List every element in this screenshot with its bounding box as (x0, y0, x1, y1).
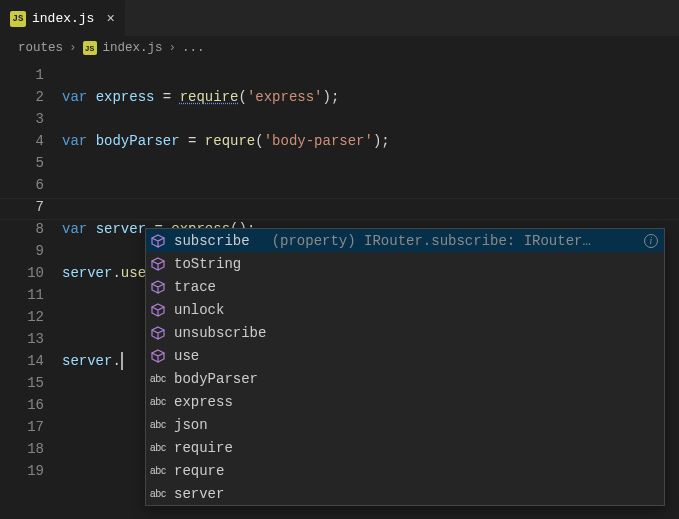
tab-indexjs[interactable]: JS index.js × (0, 0, 126, 36)
line-number: 16 (0, 394, 44, 416)
word-icon: abc (150, 486, 166, 502)
suggest-label: bodyParser (174, 368, 258, 390)
suggest-label: unlock (174, 299, 224, 321)
line-number: 6 (0, 174, 44, 196)
suggest-label: json (174, 414, 208, 436)
word-icon: abc (150, 417, 166, 433)
breadcrumb-indexjs[interactable]: index.js (103, 41, 163, 55)
method-icon (150, 302, 166, 318)
suggest-label: require (174, 437, 233, 459)
suggest-label: express (174, 391, 233, 413)
line-number-gutter: 1 2 3 4 5 6 7 8 9 10 11 12 13 14 15 16 1… (0, 60, 62, 482)
suggest-item-use[interactable]: use (146, 344, 664, 367)
info-icon[interactable]: i (644, 234, 658, 248)
breadcrumb-ellipsis[interactable]: ... (182, 41, 205, 55)
breadcrumb-routes[interactable]: routes (18, 41, 63, 55)
close-icon[interactable]: × (106, 11, 114, 27)
line-number: 9 (0, 240, 44, 262)
suggest-label: trace (174, 276, 216, 298)
suggest-label: subscribe (174, 230, 250, 252)
js-file-icon: JS (10, 11, 26, 27)
code-line (62, 174, 679, 196)
code-line: var bodyParser = requre('body-parser'); (62, 130, 679, 152)
tab-title: index.js (32, 11, 94, 26)
method-icon (150, 233, 166, 249)
word-icon: abc (150, 394, 166, 410)
line-number: 2 (0, 86, 44, 108)
line-number: 19 (0, 460, 44, 482)
line-number: 5 (0, 152, 44, 174)
word-icon: abc (150, 371, 166, 387)
suggest-item-express[interactable]: abcexpress (146, 390, 664, 413)
line-number: 8 (0, 218, 44, 240)
line-number: 1 (0, 64, 44, 86)
suggest-item-unsubscribe[interactable]: unsubscribe (146, 321, 664, 344)
suggest-item-trace[interactable]: trace (146, 275, 664, 298)
code-editor[interactable]: 1 2 3 4 5 6 7 8 9 10 11 12 13 14 15 16 1… (0, 60, 679, 482)
suggest-label: toString (174, 253, 241, 275)
suggest-item-subscribe[interactable]: subscribe(property) IRouter.subscribe: I… (146, 229, 664, 252)
line-number: 13 (0, 328, 44, 350)
suggest-item-unlock[interactable]: unlock (146, 298, 664, 321)
method-icon (150, 279, 166, 295)
breadcrumb: routes › JS index.js › ... (0, 36, 679, 60)
line-number: 3 (0, 108, 44, 130)
chevron-right-icon: › (169, 41, 177, 55)
word-icon: abc (150, 440, 166, 456)
suggest-label: server (174, 483, 224, 505)
method-icon (150, 348, 166, 364)
method-icon (150, 325, 166, 341)
line-number: 17 (0, 416, 44, 438)
suggest-label: unsubscribe (174, 322, 266, 344)
suggest-item-toString[interactable]: toString (146, 252, 664, 275)
suggest-label: requre (174, 460, 224, 482)
suggest-item-requre[interactable]: abcrequre (146, 459, 664, 482)
chevron-right-icon: › (69, 41, 77, 55)
text-cursor (121, 352, 123, 370)
line-number: 4 (0, 130, 44, 152)
suggest-label: use (174, 345, 199, 367)
suggest-item-server[interactable]: abcserver (146, 482, 664, 505)
line-number: 14 (0, 350, 44, 372)
line-number: 18 (0, 438, 44, 460)
line-number: 10 (0, 262, 44, 284)
js-file-icon: JS (83, 41, 97, 55)
word-icon: abc (150, 463, 166, 479)
tab-bar: JS index.js × (0, 0, 679, 36)
line-number: 15 (0, 372, 44, 394)
line-number: 12 (0, 306, 44, 328)
line-number: 7 (0, 196, 44, 218)
suggest-item-require[interactable]: abcrequire (146, 436, 664, 459)
suggest-item-bodyParser[interactable]: abcbodyParser (146, 367, 664, 390)
suggest-item-json[interactable]: abcjson (146, 413, 664, 436)
code-line: var express = require('express'); (62, 86, 679, 108)
line-number: 11 (0, 284, 44, 306)
method-icon (150, 256, 166, 272)
autocomplete-popup[interactable]: subscribe(property) IRouter.subscribe: I… (145, 228, 665, 506)
suggest-detail: (property) IRouter.subscribe: IRouter… (272, 230, 636, 252)
